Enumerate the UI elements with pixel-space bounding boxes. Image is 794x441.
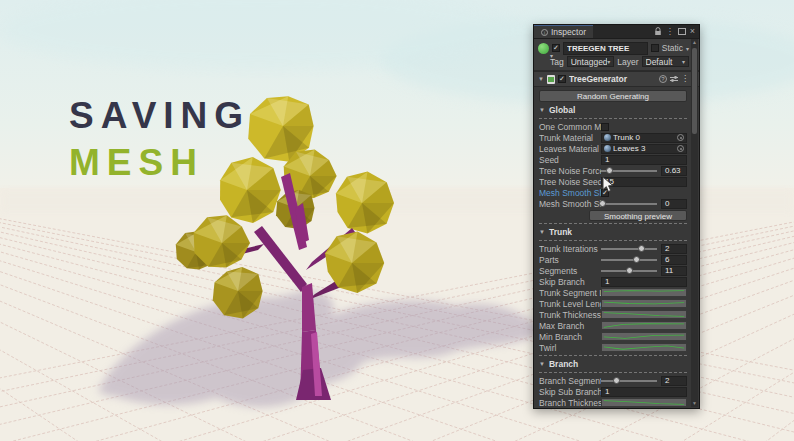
property-row: Segments11 <box>534 265 699 276</box>
property-label: Trunk Thickness <box>539 310 601 320</box>
curve-field[interactable] <box>601 398 687 407</box>
lock-icon[interactable] <box>654 27 662 36</box>
property-value-field[interactable]: 1 <box>601 387 687 397</box>
property-control <box>601 310 687 319</box>
component-menu-icon[interactable]: ⋮ <box>681 75 689 83</box>
property-control <box>601 398 687 407</box>
static-dropdown-icon[interactable]: ▾ <box>686 45 689 52</box>
help-icon[interactable]: ? <box>659 75 667 83</box>
slider-value-field[interactable]: 6 <box>661 255 687 265</box>
object-picker-icon[interactable] <box>677 145 684 152</box>
section-foldout-global[interactable]: ▼Global <box>534 104 699 116</box>
random-generating-button[interactable]: Random Generating <box>539 90 687 102</box>
overlay-title-line1: SAVING <box>69 92 250 139</box>
inspector-tabbar: i Inspector ⋮ × <box>534 25 699 39</box>
curve-field[interactable] <box>601 332 687 341</box>
slider-handle[interactable] <box>599 200 606 207</box>
foldout-arrow-icon[interactable]: ▼ <box>538 76 544 82</box>
property-label: Trunk Material <box>539 133 601 143</box>
property-row: Seed1 <box>534 154 699 165</box>
slider-value-field[interactable]: 11 <box>661 266 687 276</box>
property-label: Mesh Smooth Shadin <box>539 188 601 198</box>
object-picker-icon[interactable] <box>677 134 684 141</box>
static-checkbox[interactable] <box>651 44 659 52</box>
curve-field[interactable] <box>601 310 687 319</box>
close-icon[interactable]: × <box>690 27 695 36</box>
section-foldout-trunk[interactable]: ▼Trunk <box>534 226 699 238</box>
tag-dropdown[interactable]: Untagged ▾ <box>567 56 615 67</box>
object-reference-field[interactable]: Trunk 0 <box>601 133 687 143</box>
property-slider[interactable] <box>601 199 657 209</box>
tab-inspector-label: Inspector <box>551 27 586 37</box>
slider-track <box>601 259 657 261</box>
property-value-field[interactable]: 1 <box>601 277 687 287</box>
property-value-field[interactable]: 1 <box>601 155 687 165</box>
static-label: Static <box>662 43 683 53</box>
property-label: Trunk Iterations <box>539 244 601 254</box>
gameobject-name-field[interactable] <box>563 42 648 55</box>
curve-field[interactable] <box>601 343 687 352</box>
property-row: Branch Thickness <box>534 397 699 408</box>
property-control <box>601 332 687 341</box>
slider-handle[interactable] <box>638 245 645 252</box>
dashed-separator <box>539 223 687 224</box>
slider-track <box>601 203 657 205</box>
section-foldout-branch[interactable]: ▼Branch <box>534 358 699 370</box>
curve-field[interactable] <box>601 299 687 308</box>
property-control: 1 <box>601 155 687 165</box>
slider-value-field[interactable]: 0.63 <box>661 166 687 176</box>
property-row: Trunk Level Length <box>534 298 699 309</box>
scroll-up-icon[interactable]: ▲ <box>691 39 698 46</box>
property-label: Segments <box>539 266 601 276</box>
curve-field[interactable] <box>601 288 687 297</box>
component-enabled-checkbox[interactable]: ✓ <box>558 75 566 83</box>
property-slider[interactable] <box>601 255 657 265</box>
slider-handle[interactable] <box>633 256 640 263</box>
preset-icon[interactable] <box>670 75 678 83</box>
slider-handle[interactable] <box>606 167 613 174</box>
inspector-icon: i <box>541 29 548 36</box>
tag-value: Untagged <box>571 57 608 67</box>
layer-dropdown[interactable]: Default ▾ <box>642 56 690 67</box>
property-slider[interactable] <box>601 376 657 386</box>
dashed-separator <box>539 118 687 119</box>
overlay-title-line2: MESH <box>69 139 250 186</box>
property-checkbox[interactable] <box>601 123 609 131</box>
property-label: Branch Segments <box>539 376 601 386</box>
tab-inspector[interactable]: i Inspector <box>534 25 593 38</box>
scroll-down-icon[interactable]: ▼ <box>691 400 698 407</box>
slider-value-field[interactable]: 0 <box>661 199 687 209</box>
gameobject-icon[interactable] <box>538 43 549 54</box>
object-reference-name: Leaves 3 <box>613 145 675 153</box>
property-control: 2 <box>601 244 687 254</box>
curve-field[interactable] <box>601 321 687 330</box>
property-row: Tree Noise Seed15 <box>534 176 699 187</box>
component-header[interactable]: ▼ ✓ TreeGenerator ? ⋮ <box>534 71 699 87</box>
property-label: Trunk Level Length <box>539 299 601 309</box>
slider-handle[interactable] <box>613 377 620 384</box>
scrollbar[interactable]: ▲ ▼ <box>691 39 698 407</box>
slider-value-field[interactable]: 2 <box>661 376 687 386</box>
property-row: Skip Branch1 <box>534 276 699 287</box>
slider-value-field[interactable]: 2 <box>661 244 687 254</box>
property-slider[interactable] <box>601 166 657 176</box>
gameobject-header: ✓ Static ▾ Tag Untagged ▾ Layer Default … <box>534 39 699 71</box>
property-row: Leaves MaterialLeaves 3 <box>534 143 699 154</box>
object-reference-field[interactable]: Leaves 3 <box>601 144 687 154</box>
property-control: 11 <box>601 266 687 276</box>
property-row: Twirl <box>534 342 699 353</box>
scrollbar-thumb[interactable] <box>692 48 697 134</box>
property-slider[interactable] <box>601 266 657 276</box>
dashed-separator <box>539 240 687 241</box>
property-slider[interactable] <box>601 244 657 254</box>
slider-handle[interactable] <box>626 267 633 274</box>
property-label: Branch Thickness <box>539 398 601 408</box>
layer-value: Default <box>646 57 683 67</box>
gameobject-enabled-checkbox[interactable]: ✓ <box>552 44 560 52</box>
panel-menu-icon[interactable]: ⋮ <box>666 28 674 36</box>
smoothing-preview-button[interactable]: Smoothing preview <box>589 210 687 221</box>
maximize-icon[interactable] <box>678 28 686 35</box>
section-title: Branch <box>549 359 578 369</box>
property-label: Leaves Material <box>539 144 601 154</box>
chevron-down-icon: ▾ <box>607 58 610 65</box>
